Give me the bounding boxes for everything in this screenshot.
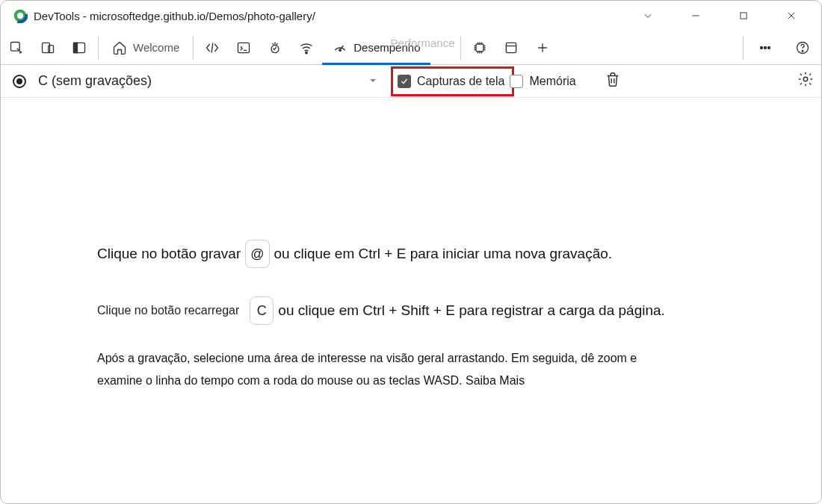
screenshots-highlight-box: Capturas de tela [391,66,514,96]
recordings-dropdown[interactable]: C (sem gravações) [38,73,152,89]
maximize-button[interactable] [730,2,757,29]
device-toolbar-button[interactable] [32,31,64,65]
performance-empty-state: Clique no botão gravar @ ou clique em Ct… [1,98,821,503]
svg-rect-14 [507,43,516,52]
tab-application[interactable] [495,31,527,65]
tab-welcome-label: Welcome [133,41,179,54]
reload-key-icon: C [250,296,274,325]
help-line-record-pre: Clique no botão gravar [97,246,241,262]
minimize-button[interactable] [682,2,709,29]
edge-logo-icon [13,8,28,23]
tab-console[interactable] [228,31,259,65]
settings-button[interactable] [797,71,814,91]
help-line-reload: Clique no botão recarregar C ou clique e… [97,296,770,325]
svg-point-11 [306,52,308,54]
chevron-down-icon[interactable] [368,73,377,89]
screenshots-label: Capturas de tela [417,75,504,88]
tab-welcome[interactable]: Welcome [102,31,190,65]
tab-memory[interactable] [464,31,495,65]
svg-rect-9 [238,43,250,52]
chevron-down-icon[interactable] [634,2,661,29]
help-line-record: Clique no botão gravar @ ou clique em Ct… [97,240,770,268]
svg-rect-3 [741,13,747,19]
tab-performance-label: Desempenho [353,41,420,54]
tab-network[interactable] [291,31,322,65]
memory-label: Memória [529,75,575,88]
close-button[interactable] [778,2,805,29]
svg-point-16 [764,46,767,49]
help-line-instructions: Após a gravação, selecione uma área de i… [97,347,673,393]
svg-rect-8 [74,43,78,52]
svg-point-12 [339,49,342,52]
devtools-tabbar: Welcome Desempenho Performance [1,31,821,65]
svg-rect-13 [476,44,483,52]
svg-point-19 [802,50,803,52]
tab-sources[interactable] [259,31,291,65]
svg-point-17 [768,46,770,49]
clear-recordings-button[interactable] [605,71,621,91]
inspect-element-button[interactable] [1,31,32,65]
tab-elements[interactable] [197,31,228,65]
memory-checkbox[interactable] [510,75,523,88]
more-options-button[interactable] [747,31,784,65]
svg-point-20 [803,77,808,81]
svg-point-2 [17,13,23,19]
window-title: DevTools - microsoftedge.github.io/Demos… [34,10,315,22]
devtools-window: DevTools - microsoftedge.github.io/Demos… [0,0,822,504]
record-key-icon: @ [245,240,269,268]
record-button[interactable] [13,75,26,88]
screenshots-checkbox[interactable] [398,75,411,88]
help-line-reload-lbl: Clique no botão recarregar [97,304,239,317]
svg-point-15 [761,46,763,49]
help-button[interactable] [784,31,821,65]
help-line-record-post: ou clique em Ctrl + E para iniciar uma n… [274,246,613,262]
help-line-reload-post: ou clique em Ctrl + Shift + E para regis… [278,302,665,319]
dock-side-button[interactable] [64,31,95,65]
new-tab-button[interactable] [527,31,558,65]
tab-performance[interactable]: Desempenho Performance [322,31,430,65]
performance-toolbar: C (sem gravações) Capturas de tela Memór… [1,65,821,98]
window-titlebar: DevTools - microsoftedge.github.io/Demos… [1,1,821,31]
